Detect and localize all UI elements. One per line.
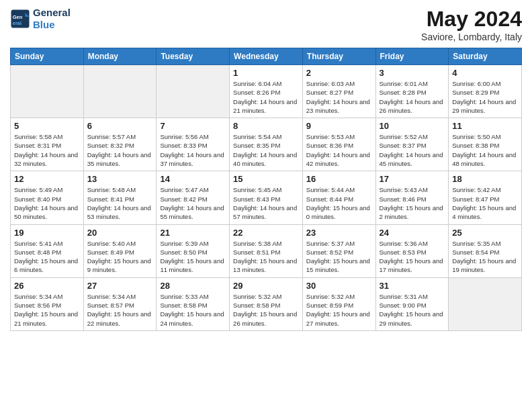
day-number: 7 bbox=[160, 121, 226, 131]
calendar-cell: 12Sunrise: 5:49 AM Sunset: 8:40 PM Dayli… bbox=[11, 171, 84, 224]
calendar-cell: 21Sunrise: 5:39 AM Sunset: 8:50 PM Dayli… bbox=[157, 224, 230, 277]
day-info: Sunrise: 5:34 AM Sunset: 8:56 PM Dayligh… bbox=[14, 292, 80, 328]
calendar-cell: 25Sunrise: 5:35 AM Sunset: 8:54 PM Dayli… bbox=[449, 224, 522, 277]
weekday-header: Friday bbox=[375, 48, 449, 65]
calendar-cell bbox=[11, 65, 84, 118]
calendar-cell bbox=[83, 65, 157, 118]
day-info: Sunrise: 6:01 AM Sunset: 8:28 PM Dayligh… bbox=[380, 79, 445, 115]
day-info: Sunrise: 5:38 AM Sunset: 8:51 PM Dayligh… bbox=[233, 239, 299, 275]
logo-text: General Blue bbox=[33, 7, 71, 31]
calendar-cell: 29Sunrise: 5:32 AM Sunset: 8:58 PM Dayli… bbox=[230, 277, 303, 330]
logo: Gen eral General Blue bbox=[10, 7, 71, 31]
weekday-header: Saturday bbox=[449, 48, 522, 65]
calendar-cell: 26Sunrise: 5:34 AM Sunset: 8:56 PM Dayli… bbox=[11, 277, 84, 330]
calendar-week-row: 19Sunrise: 5:41 AM Sunset: 8:48 PM Dayli… bbox=[11, 224, 522, 277]
calendar-cell: 4Sunrise: 6:00 AM Sunset: 8:29 PM Daylig… bbox=[449, 65, 522, 118]
calendar-cell: 18Sunrise: 5:42 AM Sunset: 8:47 PM Dayli… bbox=[449, 171, 522, 224]
day-info: Sunrise: 5:31 AM Sunset: 9:00 PM Dayligh… bbox=[380, 292, 445, 328]
day-info: Sunrise: 5:47 AM Sunset: 8:42 PM Dayligh… bbox=[160, 185, 226, 221]
day-number: 18 bbox=[452, 174, 518, 184]
calendar-cell: 8Sunrise: 5:54 AM Sunset: 8:35 PM Daylig… bbox=[230, 118, 303, 171]
day-number: 13 bbox=[87, 174, 153, 184]
day-info: Sunrise: 5:36 AM Sunset: 8:53 PM Dayligh… bbox=[380, 239, 445, 275]
logo-line1: General bbox=[33, 7, 71, 19]
calendar-cell: 23Sunrise: 5:37 AM Sunset: 8:52 PM Dayli… bbox=[302, 224, 375, 277]
day-info: Sunrise: 5:45 AM Sunset: 8:43 PM Dayligh… bbox=[233, 185, 299, 221]
day-number: 25 bbox=[452, 228, 518, 238]
calendar-cell: 1Sunrise: 6:04 AM Sunset: 8:26 PM Daylig… bbox=[230, 65, 303, 118]
calendar-cell: 14Sunrise: 5:47 AM Sunset: 8:42 PM Dayli… bbox=[157, 171, 230, 224]
day-info: Sunrise: 5:53 AM Sunset: 8:36 PM Dayligh… bbox=[306, 132, 372, 168]
weekday-header: Sunday bbox=[11, 48, 84, 65]
weekday-header: Monday bbox=[83, 48, 157, 65]
day-number: 10 bbox=[380, 121, 445, 131]
calendar-cell: 22Sunrise: 5:38 AM Sunset: 8:51 PM Dayli… bbox=[230, 224, 303, 277]
day-number: 4 bbox=[452, 68, 518, 78]
day-number: 17 bbox=[380, 174, 445, 184]
calendar-table: SundayMondayTuesdayWednesdayThursdayFrid… bbox=[10, 48, 522, 331]
day-number: 24 bbox=[380, 228, 445, 238]
day-number: 23 bbox=[306, 228, 372, 238]
day-number: 12 bbox=[14, 174, 80, 184]
calendar-cell: 6Sunrise: 5:57 AM Sunset: 8:32 PM Daylig… bbox=[83, 118, 157, 171]
logo-line2: Blue bbox=[33, 19, 71, 31]
calendar-cell: 16Sunrise: 5:44 AM Sunset: 8:44 PM Dayli… bbox=[302, 171, 375, 224]
calendar-cell: 20Sunrise: 5:40 AM Sunset: 8:49 PM Dayli… bbox=[83, 224, 157, 277]
page-container: Gen eral General Blue May 2024 Saviore, … bbox=[0, 0, 532, 338]
calendar-cell bbox=[449, 277, 522, 330]
day-info: Sunrise: 5:57 AM Sunset: 8:32 PM Dayligh… bbox=[87, 132, 153, 168]
day-info: Sunrise: 5:34 AM Sunset: 8:57 PM Dayligh… bbox=[87, 292, 153, 328]
month-title: May 2024 bbox=[421, 7, 522, 32]
day-number: 1 bbox=[233, 68, 299, 78]
calendar-cell: 13Sunrise: 5:48 AM Sunset: 8:41 PM Dayli… bbox=[83, 171, 157, 224]
weekday-header-row: SundayMondayTuesdayWednesdayThursdayFrid… bbox=[11, 48, 522, 65]
calendar-cell: 15Sunrise: 5:45 AM Sunset: 8:43 PM Dayli… bbox=[230, 171, 303, 224]
day-info: Sunrise: 6:03 AM Sunset: 8:27 PM Dayligh… bbox=[306, 79, 372, 115]
svg-text:Gen: Gen bbox=[13, 14, 23, 20]
day-number: 9 bbox=[306, 121, 372, 131]
day-info: Sunrise: 5:33 AM Sunset: 8:58 PM Dayligh… bbox=[160, 292, 226, 328]
day-number: 11 bbox=[452, 121, 518, 131]
day-number: 27 bbox=[87, 281, 153, 291]
day-info: Sunrise: 5:49 AM Sunset: 8:40 PM Dayligh… bbox=[14, 185, 80, 221]
calendar-cell bbox=[157, 65, 230, 118]
calendar-cell: 5Sunrise: 5:58 AM Sunset: 8:31 PM Daylig… bbox=[11, 118, 84, 171]
calendar-week-row: 12Sunrise: 5:49 AM Sunset: 8:40 PM Dayli… bbox=[11, 171, 522, 224]
logo-icon: Gen eral bbox=[10, 9, 30, 29]
calendar-cell: 27Sunrise: 5:34 AM Sunset: 8:57 PM Dayli… bbox=[83, 277, 157, 330]
calendar-week-row: 5Sunrise: 5:58 AM Sunset: 8:31 PM Daylig… bbox=[11, 118, 522, 171]
day-number: 15 bbox=[233, 174, 299, 184]
day-number: 16 bbox=[306, 174, 372, 184]
calendar-cell: 17Sunrise: 5:43 AM Sunset: 8:46 PM Dayli… bbox=[375, 171, 449, 224]
day-info: Sunrise: 5:58 AM Sunset: 8:31 PM Dayligh… bbox=[14, 132, 80, 168]
day-info: Sunrise: 5:32 AM Sunset: 8:59 PM Dayligh… bbox=[306, 292, 372, 328]
calendar-cell: 7Sunrise: 5:56 AM Sunset: 8:33 PM Daylig… bbox=[157, 118, 230, 171]
calendar-cell: 11Sunrise: 5:50 AM Sunset: 8:38 PM Dayli… bbox=[449, 118, 522, 171]
day-info: Sunrise: 5:50 AM Sunset: 8:38 PM Dayligh… bbox=[452, 132, 518, 168]
day-info: Sunrise: 5:42 AM Sunset: 8:47 PM Dayligh… bbox=[452, 185, 518, 221]
day-number: 5 bbox=[14, 121, 80, 131]
day-info: Sunrise: 5:54 AM Sunset: 8:35 PM Dayligh… bbox=[233, 132, 299, 168]
day-number: 19 bbox=[14, 228, 80, 238]
weekday-header: Thursday bbox=[302, 48, 375, 65]
header: Gen eral General Blue May 2024 Saviore, … bbox=[10, 7, 522, 42]
weekday-header: Tuesday bbox=[157, 48, 230, 65]
title-area: May 2024 Saviore, Lombardy, Italy bbox=[421, 7, 522, 42]
day-number: 6 bbox=[87, 121, 153, 131]
day-number: 22 bbox=[233, 228, 299, 238]
day-number: 3 bbox=[380, 68, 445, 78]
day-number: 20 bbox=[87, 228, 153, 238]
svg-text:eral: eral bbox=[13, 20, 21, 26]
day-number: 31 bbox=[380, 281, 445, 291]
calendar-cell: 19Sunrise: 5:41 AM Sunset: 8:48 PM Dayli… bbox=[11, 224, 84, 277]
location: Saviore, Lombardy, Italy bbox=[421, 32, 522, 42]
day-number: 21 bbox=[160, 228, 226, 238]
weekday-header: Wednesday bbox=[230, 48, 303, 65]
day-info: Sunrise: 5:44 AM Sunset: 8:44 PM Dayligh… bbox=[306, 185, 372, 221]
day-info: Sunrise: 5:52 AM Sunset: 8:37 PM Dayligh… bbox=[380, 132, 445, 168]
day-number: 30 bbox=[306, 281, 372, 291]
day-info: Sunrise: 5:48 AM Sunset: 8:41 PM Dayligh… bbox=[87, 185, 153, 221]
calendar-cell: 24Sunrise: 5:36 AM Sunset: 8:53 PM Dayli… bbox=[375, 224, 449, 277]
day-info: Sunrise: 5:43 AM Sunset: 8:46 PM Dayligh… bbox=[380, 185, 445, 221]
calendar-cell: 3Sunrise: 6:01 AM Sunset: 8:28 PM Daylig… bbox=[375, 65, 449, 118]
